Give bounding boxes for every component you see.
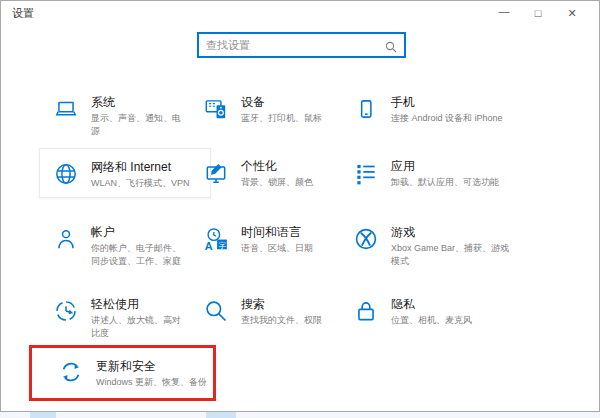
category-subtitle: 显示、声音、通知、电源 [91,112,189,138]
svg-text:字: 字 [218,241,226,250]
laptop-icon [53,96,79,122]
category-network[interactable]: 网络和 Internet WLAN、飞行模式、VPN [39,148,211,198]
category-subtitle: 背景、锁屏、颜色 [241,176,339,189]
window-controls: — □ ✕ [487,1,589,25]
window-frame: 设置 — □ ✕ 系统 [0,0,600,412]
desktop-sliver-accent [30,412,56,418]
xbox-icon [353,226,379,252]
category-personalization[interactable]: 个性化 背景、锁屏、颜色 [189,149,339,215]
svg-text:A: A [205,240,213,252]
category-subtitle: 蓝牙、打印机、鼠标 [241,112,339,125]
category-grid: 系统 显示、声音、通知、电源 设备 蓝牙、打印机、 [39,85,519,351]
search-box [197,32,406,58]
category-title: 设备 [241,95,339,110]
category-devices[interactable]: 设备 蓝牙、打印机、鼠标 [189,85,339,149]
category-subtitle: 你的帐户、电子邮件、同步设置、工作、家庭 [91,242,189,268]
category-subtitle: 语音、区域、日期 [241,242,339,255]
apps-list-icon [353,160,379,186]
devices-icon [203,96,229,122]
category-subtitle: 查找我的文件、权限 [241,314,339,327]
category-title: 搜索 [241,297,339,312]
category-title: 更新和安全 [96,359,213,374]
category-update-security highlight-box[interactable]: 更新和安全 Windows 更新、恢复、备份 [29,345,216,401]
category-title: 手机 [391,95,515,110]
category-subtitle: Xbox Game Bar、捕获、游戏模式 [391,242,515,268]
search-category-icon [203,298,229,324]
category-title: 隐私 [391,297,515,312]
minimize-button[interactable]: — [487,1,521,25]
category-ease-of-access[interactable]: 轻松使用 讲述人、放大镜、高对比度 [39,287,189,351]
maximize-icon: □ [535,7,542,19]
category-title: 应用 [391,159,515,174]
category-title: 系统 [91,95,189,110]
category-subtitle: 卸载、默认应用、可选功能 [391,176,515,189]
category-subtitle: 讲述人、放大镜、高对比度 [91,314,189,340]
person-icon [53,226,79,252]
category-gaming[interactable]: 游戏 Xbox Game Bar、捕获、游戏模式 [339,215,519,287]
category-title: 游戏 [391,225,515,240]
close-button[interactable]: ✕ [555,1,589,25]
sync-icon [58,359,84,385]
maximize-button[interactable]: □ [521,1,555,25]
globe-icon [53,161,79,187]
category-search[interactable]: 搜索 查找我的文件、权限 [189,287,339,351]
search-input[interactable] [199,34,384,56]
category-system[interactable]: 系统 显示、声音、通知、电源 [39,85,189,149]
close-icon: ✕ [567,7,576,20]
window-title: 设置 [12,6,34,21]
minimize-icon: — [499,5,510,17]
search-icon [385,39,397,51]
settings-window: 设置 — □ ✕ 系统 [0,0,600,418]
category-subtitle: 连接 Android 设备和 iPhone [391,112,515,125]
desktop-sliver-accent [206,412,236,418]
titlebar: 设置 — □ ✕ [1,1,599,25]
lock-icon [353,298,379,324]
ease-of-access-icon [53,298,79,324]
category-title: 个性化 [241,159,339,174]
category-time-language[interactable]: A 字 时间和语言 语音、区域、日期 [189,215,339,287]
category-phone[interactable]: 手机 连接 Android 设备和 iPhone [339,85,519,149]
category-subtitle: 位置、相机、麦克风 [391,314,515,327]
category-apps[interactable]: 应用 卸载、默认应用、可选功能 [339,149,519,215]
category-title: 帐户 [91,225,189,240]
category-privacy[interactable]: 隐私 位置、相机、麦克风 [339,287,519,351]
category-accounts[interactable]: 帐户 你的帐户、电子邮件、同步设置、工作、家庭 [39,215,189,287]
category-title: 轻松使用 [91,297,189,312]
desktop-sliver [0,412,600,418]
clock-language-icon: A 字 [203,226,229,252]
category-title: 时间和语言 [241,225,339,240]
personalization-icon [203,160,229,186]
phone-icon [353,96,379,122]
category-subtitle: Windows 更新、恢复、备份 [96,376,213,389]
